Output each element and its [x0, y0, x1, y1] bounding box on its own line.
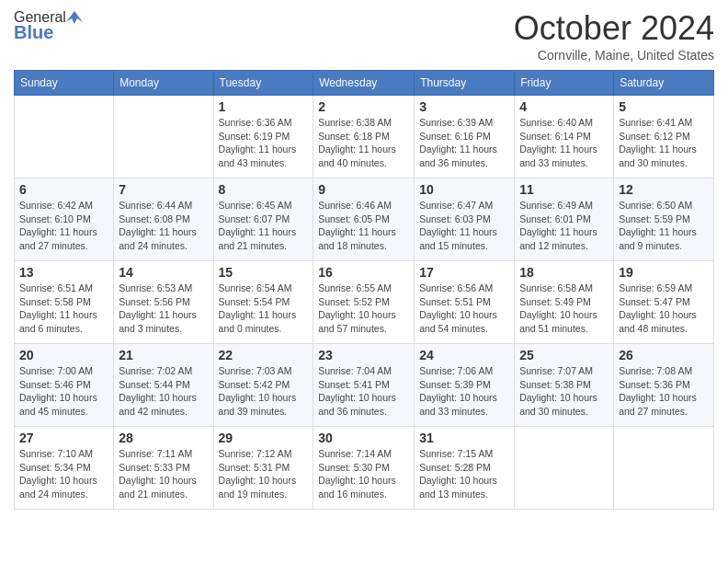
calendar-cell: 27Sunrise: 7:10 AM Sunset: 5:34 PM Dayli…	[15, 427, 114, 510]
page-header: General Blue October 2024 Cornville, Mai…	[14, 9, 714, 63]
cell-day-number: 16	[318, 265, 409, 280]
cell-info: Sunrise: 6:39 AM Sunset: 6:16 PM Dayligh…	[419, 116, 509, 170]
calendar-title: October 2024	[514, 9, 714, 48]
page-container: General Blue October 2024 Cornville, Mai…	[0, 0, 728, 519]
calendar-cell: 1Sunrise: 6:36 AM Sunset: 6:19 PM Daylig…	[213, 96, 313, 178]
calendar-cell: 11Sunrise: 6:49 AM Sunset: 6:01 PM Dayli…	[515, 178, 614, 261]
calendar-cell: 25Sunrise: 7:07 AM Sunset: 5:38 PM Dayli…	[515, 344, 614, 427]
cell-day-number: 7	[119, 182, 208, 197]
cell-day-number: 14	[119, 265, 208, 280]
calendar-header: SundayMondayTuesdayWednesdayThursdayFrid…	[15, 71, 714, 96]
cell-info: Sunrise: 6:45 AM Sunset: 6:07 PM Dayligh…	[219, 199, 309, 253]
cell-info: Sunrise: 6:46 AM Sunset: 6:05 PM Dayligh…	[318, 199, 409, 253]
cell-info: Sunrise: 6:56 AM Sunset: 5:51 PM Dayligh…	[419, 282, 509, 336]
cell-info: Sunrise: 7:03 AM Sunset: 5:42 PM Dayligh…	[219, 364, 309, 419]
calendar-cell: 18Sunrise: 6:58 AM Sunset: 5:49 PM Dayli…	[515, 261, 614, 344]
cell-day-number: 29	[219, 431, 309, 445]
cell-info: Sunrise: 7:12 AM Sunset: 5:31 PM Dayligh…	[219, 447, 309, 501]
cell-day-number: 28	[119, 431, 208, 445]
cell-day-number: 9	[318, 182, 409, 197]
cell-info: Sunrise: 6:41 AM Sunset: 6:12 PM Dayligh…	[619, 116, 709, 170]
cell-day-number: 6	[19, 182, 108, 197]
calendar-cell: 28Sunrise: 7:11 AM Sunset: 5:33 PM Dayli…	[114, 427, 213, 510]
day-headers-row: SundayMondayTuesdayWednesdayThursdayFrid…	[15, 71, 714, 96]
cell-info: Sunrise: 7:08 AM Sunset: 5:36 PM Dayligh…	[619, 364, 709, 419]
cell-info: Sunrise: 6:53 AM Sunset: 5:56 PM Dayligh…	[119, 282, 208, 336]
svg-marker-0	[66, 11, 83, 24]
calendar-cell: 14Sunrise: 6:53 AM Sunset: 5:56 PM Dayli…	[114, 261, 213, 344]
cell-info: Sunrise: 6:44 AM Sunset: 6:08 PM Dayligh…	[119, 199, 208, 253]
calendar-cell: 7Sunrise: 6:44 AM Sunset: 6:08 PM Daylig…	[114, 178, 213, 261]
cell-day-number: 1	[219, 99, 309, 114]
cell-day-number: 25	[519, 348, 609, 362]
cell-day-number: 13	[19, 265, 108, 280]
calendar-cell: 8Sunrise: 6:45 AM Sunset: 6:07 PM Daylig…	[213, 178, 313, 261]
cell-info: Sunrise: 7:14 AM Sunset: 5:30 PM Dayligh…	[318, 447, 409, 501]
cell-day-number: 18	[519, 265, 609, 280]
cell-day-number: 11	[519, 182, 609, 197]
calendar-cell	[114, 96, 213, 178]
day-header-monday: Monday	[114, 71, 213, 96]
calendar-cell: 10Sunrise: 6:47 AM Sunset: 6:03 PM Dayli…	[415, 178, 515, 261]
cell-day-number: 20	[19, 348, 108, 362]
cell-day-number: 2	[318, 99, 409, 114]
cell-info: Sunrise: 7:15 AM Sunset: 5:28 PM Dayligh…	[419, 447, 509, 501]
calendar-cell	[515, 427, 614, 510]
cell-info: Sunrise: 7:10 AM Sunset: 5:34 PM Dayligh…	[19, 447, 108, 501]
week-row-5: 27Sunrise: 7:10 AM Sunset: 5:34 PM Dayli…	[15, 427, 714, 510]
cell-day-number: 10	[419, 182, 509, 197]
calendar-cell	[15, 96, 114, 178]
calendar-cell: 12Sunrise: 6:50 AM Sunset: 5:59 PM Dayli…	[614, 178, 714, 261]
cell-info: Sunrise: 6:38 AM Sunset: 6:18 PM Dayligh…	[318, 116, 409, 170]
calendar-cell: 2Sunrise: 6:38 AM Sunset: 6:18 PM Daylig…	[313, 96, 415, 178]
calendar-body: 1Sunrise: 6:36 AM Sunset: 6:19 PM Daylig…	[15, 96, 714, 510]
calendar-cell: 6Sunrise: 6:42 AM Sunset: 6:10 PM Daylig…	[15, 178, 114, 261]
cell-day-number: 24	[419, 348, 509, 362]
calendar-cell: 5Sunrise: 6:41 AM Sunset: 6:12 PM Daylig…	[614, 96, 714, 178]
calendar-cell: 17Sunrise: 6:56 AM Sunset: 5:51 PM Dayli…	[415, 261, 515, 344]
cell-info: Sunrise: 6:42 AM Sunset: 6:10 PM Dayligh…	[19, 199, 108, 253]
cell-day-number: 23	[318, 348, 409, 362]
calendar-cell: 15Sunrise: 6:54 AM Sunset: 5:54 PM Dayli…	[213, 261, 313, 344]
day-header-thursday: Thursday	[415, 71, 515, 96]
calendar-cell: 13Sunrise: 6:51 AM Sunset: 5:58 PM Dayli…	[15, 261, 114, 344]
cell-info: Sunrise: 7:02 AM Sunset: 5:44 PM Dayligh…	[119, 364, 208, 419]
cell-info: Sunrise: 7:06 AM Sunset: 5:39 PM Dayligh…	[419, 364, 509, 419]
cell-info: Sunrise: 6:50 AM Sunset: 5:59 PM Dayligh…	[619, 199, 709, 253]
day-header-wednesday: Wednesday	[313, 71, 415, 96]
week-row-3: 13Sunrise: 6:51 AM Sunset: 5:58 PM Dayli…	[15, 261, 714, 344]
logo-blue-text: Blue	[14, 22, 53, 43]
week-row-2: 6Sunrise: 6:42 AM Sunset: 6:10 PM Daylig…	[15, 178, 714, 261]
calendar-cell: 3Sunrise: 6:39 AM Sunset: 6:16 PM Daylig…	[415, 96, 515, 178]
cell-day-number: 30	[318, 431, 409, 445]
calendar-cell: 23Sunrise: 7:04 AM Sunset: 5:41 PM Dayli…	[313, 344, 415, 427]
cell-day-number: 3	[419, 99, 509, 114]
cell-info: Sunrise: 6:40 AM Sunset: 6:14 PM Dayligh…	[519, 116, 609, 170]
cell-info: Sunrise: 6:36 AM Sunset: 6:19 PM Dayligh…	[219, 116, 309, 170]
calendar-cell: 19Sunrise: 6:59 AM Sunset: 5:47 PM Dayli…	[614, 261, 714, 344]
calendar-cell: 30Sunrise: 7:14 AM Sunset: 5:30 PM Dayli…	[313, 427, 415, 510]
logo: General Blue	[14, 9, 83, 43]
cell-day-number: 26	[619, 348, 709, 362]
cell-info: Sunrise: 6:55 AM Sunset: 5:52 PM Dayligh…	[318, 282, 409, 336]
calendar-table: SundayMondayTuesdayWednesdayThursdayFrid…	[14, 70, 714, 510]
cell-day-number: 12	[619, 182, 709, 197]
week-row-1: 1Sunrise: 6:36 AM Sunset: 6:19 PM Daylig…	[15, 96, 714, 178]
cell-info: Sunrise: 6:58 AM Sunset: 5:49 PM Dayligh…	[519, 282, 609, 336]
calendar-cell: 21Sunrise: 7:02 AM Sunset: 5:44 PM Dayli…	[114, 344, 213, 427]
cell-day-number: 15	[219, 265, 309, 280]
calendar-cell: 22Sunrise: 7:03 AM Sunset: 5:42 PM Dayli…	[213, 344, 313, 427]
cell-day-number: 19	[619, 265, 709, 280]
cell-day-number: 17	[419, 265, 509, 280]
cell-day-number: 21	[119, 348, 208, 362]
cell-info: Sunrise: 6:59 AM Sunset: 5:47 PM Dayligh…	[619, 282, 709, 336]
day-header-saturday: Saturday	[614, 71, 714, 96]
day-header-friday: Friday	[515, 71, 614, 96]
cell-info: Sunrise: 6:54 AM Sunset: 5:54 PM Dayligh…	[219, 282, 309, 336]
calendar-cell: 31Sunrise: 7:15 AM Sunset: 5:28 PM Dayli…	[415, 427, 515, 510]
logo-bird-icon	[66, 9, 83, 26]
calendar-cell: 26Sunrise: 7:08 AM Sunset: 5:36 PM Dayli…	[614, 344, 714, 427]
cell-info: Sunrise: 7:07 AM Sunset: 5:38 PM Dayligh…	[519, 364, 609, 419]
cell-day-number: 31	[419, 431, 509, 445]
day-header-sunday: Sunday	[15, 71, 114, 96]
